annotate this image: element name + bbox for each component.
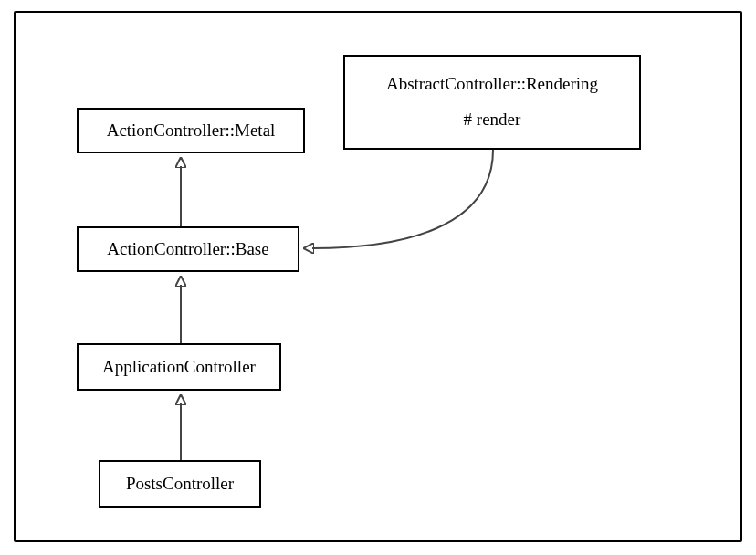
node-label: PostsController xyxy=(126,472,234,497)
node-posts-controller: PostsController xyxy=(99,460,261,508)
node-application-controller: ApplicationController xyxy=(77,343,281,391)
node-method-label: # render xyxy=(464,108,521,132)
node-abstract-controller-rendering: AbstractController::Rendering # render xyxy=(343,55,641,150)
node-label: ApplicationController xyxy=(102,355,256,380)
node-label: ActionController::Metal xyxy=(107,119,276,143)
node-action-controller-base: ActionController::Base xyxy=(77,226,299,272)
node-label: AbstractController::Rendering xyxy=(386,72,598,97)
node-label: ActionController::Base xyxy=(107,237,268,262)
node-action-controller-metal: ActionController::Metal xyxy=(77,108,305,153)
